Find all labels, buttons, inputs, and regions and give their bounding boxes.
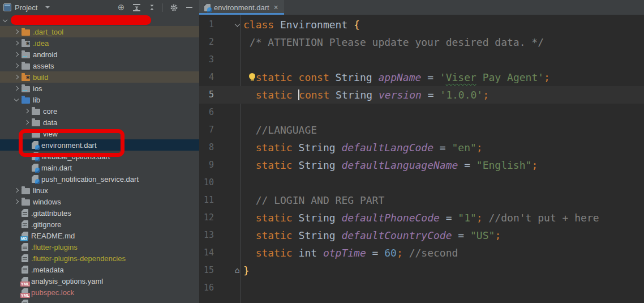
chevron-right-icon[interactable] — [12, 197, 22, 206]
locate-file-icon[interactable]: ⊕ — [117, 3, 126, 12]
code-editor: 1class Environment {2 /* ATTENTION Pleas… — [199, 15, 644, 303]
line-number[interactable]: 1 — [199, 16, 214, 33]
code-line-7[interactable]: 7 //LANGUAGE — [199, 121, 644, 139]
code-token: = — [440, 212, 458, 224]
tree-item-ios[interactable]: ios — [0, 83, 199, 94]
code-token: String — [329, 89, 379, 101]
code-line-16[interactable]: 16 — [199, 279, 644, 297]
code-token — [243, 247, 256, 259]
line-number[interactable]: 12 — [199, 209, 214, 227]
tree-item-label: analysis_options.yaml — [31, 277, 103, 285]
line-number[interactable]: 11 — [199, 191, 214, 209]
line-number[interactable]: 13 — [199, 227, 214, 244]
tree-item-build[interactable]: build — [0, 71, 199, 83]
intention-bulb-icon[interactable] — [249, 73, 255, 79]
chevron-right-icon[interactable] — [12, 50, 22, 59]
tree-item-lib[interactable]: lib — [0, 94, 199, 105]
tree-item--idea[interactable]: .idea — [0, 37, 199, 49]
hide-panel-icon[interactable] — [184, 3, 194, 12]
tree-item-analysis-options-yaml[interactable]: YMLanalysis_options.yaml — [0, 275, 199, 287]
settings-icon[interactable] — [169, 3, 178, 12]
chevron-down-icon[interactable] — [1, 16, 10, 25]
code-token: static — [256, 142, 293, 153]
code-token: static — [256, 229, 293, 241]
tree-item--metadata[interactable]: .metadata — [0, 264, 199, 275]
annotation-highlight-box — [19, 129, 124, 157]
close-icon[interactable] — [274, 3, 278, 11]
chevron-spacer — [12, 242, 22, 251]
code-line-8[interactable]: 8 static String defaultLangCode = "en"; — [199, 139, 644, 156]
line-number[interactable]: 16 — [199, 279, 214, 297]
collapse-all-icon[interactable] — [147, 3, 156, 12]
code-line-14[interactable]: 14 static int otpTime = 60; //second — [199, 244, 644, 262]
chevron-right-icon[interactable] — [12, 61, 22, 70]
tree-item--flutter-plugins[interactable]: .flutter-plugins — [0, 241, 199, 253]
code-line-9[interactable]: 9 static String defaultLanguageName = "E… — [199, 156, 644, 174]
folder-gear-icon — [22, 41, 30, 47]
code-line-12[interactable]: 12 static String defaultPhoneCode = "1";… — [199, 209, 644, 227]
tree-item-partial-row[interactable] — [0, 298, 199, 303]
tree-item-push-notification-service-dart[interactable]: push_notification_service.dart — [0, 173, 199, 185]
fold-marker-icon[interactable] — [233, 262, 242, 279]
line-number[interactable]: 2 — [199, 33, 214, 51]
folder-icon — [22, 86, 30, 92]
code-line-13[interactable]: 13 static String defaultCountryCode = "U… — [199, 227, 644, 244]
code-line-15[interactable]: 15} — [199, 262, 644, 279]
tree-item--flutter-plugins-dependencies[interactable]: .flutter-plugins-dependencies — [0, 253, 199, 264]
line-number[interactable]: 8 — [199, 139, 214, 156]
code-line-3[interactable]: 3 — [199, 51, 644, 69]
chevron-right-icon[interactable] — [12, 72, 22, 82]
code-line-4[interactable]: 4 static const String appName = 'Viser P… — [199, 69, 644, 86]
line-number[interactable]: 15 — [199, 262, 214, 279]
code-line-1[interactable]: 1class Environment { — [199, 16, 644, 33]
chevron-spacer — [12, 220, 22, 229]
line-number[interactable]: 14 — [199, 244, 214, 262]
tree-item-core[interactable]: core — [0, 105, 199, 117]
tree-item-linux[interactable]: linux — [0, 185, 199, 196]
code-token: version — [379, 89, 422, 101]
tree-item--gitattributes[interactable]: .gitattributes — [0, 207, 199, 219]
line-number[interactable]: 7 — [199, 121, 214, 139]
line-number[interactable]: 4 — [199, 69, 214, 86]
code-token: 60 — [384, 247, 397, 259]
tab-environment-dart[interactable]: environment.dart — [199, 0, 284, 15]
tree-item-pubspec-lock[interactable]: YMLpubspec.lock — [0, 287, 199, 298]
code-token: Pay Agent' — [476, 71, 544, 83]
text-file-icon — [22, 209, 28, 217]
chevron-right-icon[interactable] — [23, 106, 32, 116]
fold-marker-icon[interactable] — [233, 16, 242, 33]
tree-item-main-dart[interactable]: main.dart — [0, 162, 199, 173]
dropdown-caret-icon[interactable] — [45, 6, 50, 8]
chevron-right-icon[interactable] — [12, 84, 22, 93]
line-number[interactable]: 10 — [199, 174, 214, 191]
line-number[interactable]: 9 — [199, 156, 214, 174]
tree-item-label: pubspec.lock — [31, 288, 74, 297]
tree-item--dart-tool[interactable]: .dart_tool — [0, 26, 199, 37]
line-number[interactable]: 3 — [199, 51, 214, 69]
folder-icon — [22, 199, 30, 206]
tree-item-assets[interactable]: assets — [0, 60, 199, 71]
code-token: "1" — [458, 212, 476, 224]
line-number[interactable]: 5 — [199, 86, 214, 104]
code-line-5[interactable]: 5 static const String version = '1.0.0'; — [199, 86, 644, 104]
chevron-right-icon[interactable] — [12, 186, 22, 195]
tree-item--gitignore[interactable]: .gitignore — [0, 219, 199, 230]
code-line-10[interactable]: 10 — [199, 174, 644, 191]
tree-item-android[interactable]: android — [0, 49, 199, 60]
chevron-right-icon[interactable] — [12, 39, 22, 48]
code-line-11[interactable]: 11 // LOGIN AND REG PART — [199, 191, 644, 209]
folder-icon — [22, 188, 30, 194]
code-line-6[interactable]: 6 — [199, 104, 644, 121]
code-token: const — [299, 89, 329, 101]
code-line-2[interactable]: 2 /* ATTENTION Please update your desire… — [199, 33, 644, 51]
expand-all-icon[interactable] — [132, 3, 141, 12]
code-token — [243, 124, 256, 136]
chevron-right-icon[interactable] — [12, 27, 22, 36]
tree-item-readme-md[interactable]: MDREADME.md — [0, 230, 199, 241]
chevron-right-icon[interactable] — [23, 118, 32, 127]
tree-item-windows[interactable]: windows — [0, 196, 199, 207]
chevron-down-icon[interactable] — [12, 95, 22, 104]
tree-item-data[interactable]: data — [0, 117, 199, 128]
line-number[interactable]: 6 — [199, 104, 214, 121]
code-token: // LOGIN AND REG PART — [256, 194, 385, 206]
